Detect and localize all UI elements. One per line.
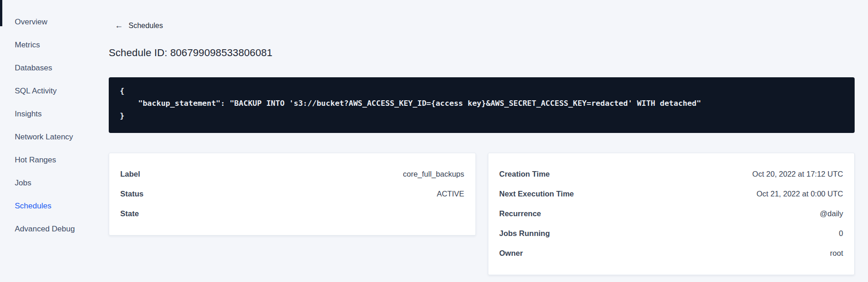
sidebar-item-insights[interactable]: Insights [0, 103, 109, 126]
row-value: Oct 20, 2022 at 17:12 UTC [752, 170, 843, 178]
row-value: @daily [820, 209, 843, 218]
sidebar-item-schedules[interactable]: Schedules [0, 195, 109, 218]
summary-row-recurrence: Recurrence @daily [499, 204, 844, 224]
row-value: 0 [839, 229, 843, 238]
summary-cards: Label core_full_backups Status ACTIVE St… [109, 153, 855, 275]
summary-row-label: Label core_full_backups [120, 164, 464, 184]
sidebar-item-sql-activity[interactable]: SQL Activity [0, 80, 109, 103]
back-link-schedules[interactable]: ← Schedules [115, 21, 163, 30]
row-value: root [830, 249, 843, 258]
sidebar-item-overview[interactable]: Overview [0, 11, 109, 34]
summary-row-jobs-running: Jobs Running 0 [499, 224, 844, 243]
summary-row-state: State [120, 204, 464, 224]
code-line: { [120, 85, 844, 97]
row-label: Next Execution Time [499, 190, 574, 198]
sidebar-nav: Overview Metrics Databases SQL Activity … [0, 0, 109, 282]
code-line: } [120, 109, 844, 122]
row-label: State [120, 209, 139, 218]
schedule-definition-code: { "backup_statement": "BACKUP INTO 's3:/… [109, 77, 855, 133]
summary-row-next-execution-time: Next Execution Time Oct 21, 2022 at 0:00… [499, 184, 844, 204]
sidebar-item-advanced-debug[interactable]: Advanced Debug [0, 218, 109, 241]
back-arrow-icon: ← [115, 21, 123, 30]
sidebar-item-hot-ranges[interactable]: Hot Ranges [0, 149, 109, 172]
row-value: core_full_backups [403, 170, 464, 178]
sidebar-item-metrics[interactable]: Metrics [0, 34, 109, 57]
sidebar-item-jobs[interactable]: Jobs [0, 172, 109, 195]
summary-card-schedule: Label core_full_backups Status ACTIVE St… [109, 153, 476, 236]
page-title: Schedule ID: 806799098533806081 [109, 47, 855, 59]
sidebar-item-databases[interactable]: Databases [0, 57, 109, 80]
summary-row-owner: Owner root [499, 243, 844, 263]
row-label: Recurrence [499, 209, 541, 218]
row-label: Status [120, 190, 143, 198]
summary-row-creation-time: Creation Time Oct 20, 2022 at 17:12 UTC [499, 164, 844, 184]
summary-card-execution: Creation Time Oct 20, 2022 at 17:12 UTC … [488, 153, 855, 275]
main-content: ← Schedules Schedule ID: 806799098533806… [109, 0, 868, 282]
summary-row-status: Status ACTIVE [120, 184, 464, 204]
row-label: Label [120, 170, 140, 178]
row-value: Oct 21, 2022 at 0:00 UTC [757, 190, 843, 198]
sidebar-item-network-latency[interactable]: Network Latency [0, 126, 109, 149]
back-link-label: Schedules [129, 22, 163, 30]
row-label: Creation Time [499, 170, 550, 178]
row-value: ACTIVE [437, 190, 464, 198]
code-line-backup-statement: "backup_statement": "BACKUP INTO 's3://b… [120, 97, 844, 109]
row-label: Owner [499, 249, 523, 258]
row-label: Jobs Running [499, 229, 550, 238]
